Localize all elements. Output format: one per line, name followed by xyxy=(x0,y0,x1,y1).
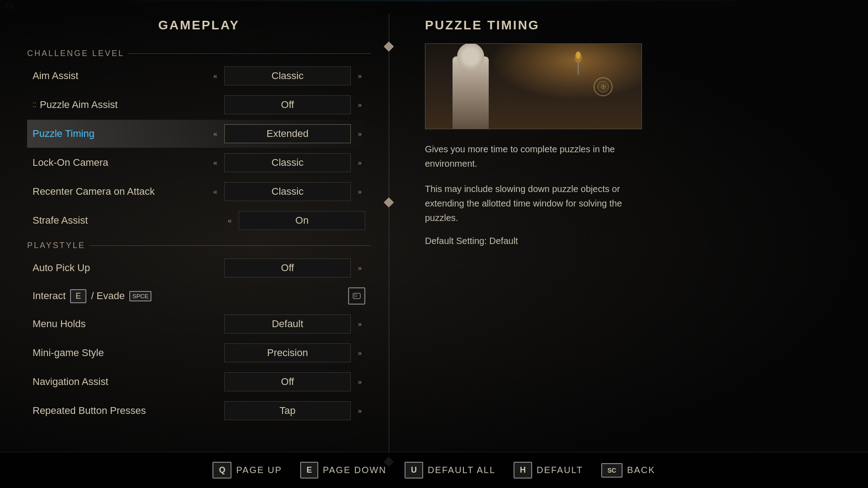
puzzle-aim-assist-control: Off » xyxy=(224,95,365,114)
auto-pick-up-value: Off xyxy=(224,258,351,277)
aim-assist-label: Aim Assist xyxy=(33,70,210,82)
aim-assist-value: Classic xyxy=(224,66,351,85)
svg-text:⊕: ⊕ xyxy=(600,83,606,90)
detail-title: PUZZLE TIMING xyxy=(425,18,841,33)
playstyle-settings-list: Auto Pick Up Off » Interact E / Evade SP… xyxy=(27,254,371,425)
challenge-settings-list: Aim Assist « Classic » ⁚⁚ Puzzle Aim Ass… xyxy=(27,62,371,235)
medallion-icon: ⊕ xyxy=(592,75,614,98)
detail-description-2: This may include slowing down puzzle obj… xyxy=(425,182,642,225)
controller-icon xyxy=(348,287,365,305)
action-page-down[interactable]: E PAGE DOWN xyxy=(300,462,387,479)
repeated-button-control: Tap » xyxy=(224,401,365,420)
navigation-assist-arrow-right[interactable]: » xyxy=(354,377,365,387)
lock-on-camera-arrow-left[interactable]: « xyxy=(210,158,221,168)
detail-default-setting: Default Setting: Default xyxy=(425,236,841,246)
puzzle-timing-arrow-left[interactable]: « xyxy=(210,129,221,139)
puzzle-aim-assist-label: ⁚⁚ Puzzle Aim Assist xyxy=(33,99,224,111)
navigation-assist-value: Off xyxy=(224,372,351,391)
repeated-button-value: Tap xyxy=(224,401,351,420)
default-all-label: DEFAULT ALL xyxy=(428,465,495,475)
left-panel: GAMEPLAY CHALLENGE LEVEL Aim Assist « Cl… xyxy=(0,0,389,452)
recenter-camera-control: « Classic » xyxy=(210,182,365,201)
interact-text: Interact xyxy=(33,290,66,302)
right-panel: PUZZLE TIMING ⊕ Gives you more time to c… xyxy=(389,0,868,452)
page-up-key: Q xyxy=(212,462,231,479)
recenter-camera-label: Recenter Camera on Attack xyxy=(33,186,210,197)
action-page-up[interactable]: Q PAGE UP xyxy=(212,462,282,479)
back-key: SC xyxy=(601,463,623,478)
lock-on-camera-value: Classic xyxy=(224,153,351,172)
bottom-action-bar: Q PAGE UP E PAGE DOWN U DEFAULT ALL H DE… xyxy=(0,452,868,488)
mini-game-style-arrow-right[interactable]: » xyxy=(354,348,365,358)
interact-key-e[interactable]: E xyxy=(70,289,86,303)
navigation-assist-label: Navigation Assist xyxy=(33,376,224,388)
puzzle-timing-value: Extended xyxy=(224,124,351,143)
auto-pick-up-control: Off » xyxy=(224,258,365,277)
recenter-camera-value: Classic xyxy=(224,182,351,201)
evade-key-spce[interactable]: SPCE xyxy=(129,291,151,301)
puzzle-timing-label: Puzzle Timing xyxy=(33,128,210,140)
setting-navigation-assist[interactable]: Navigation Assist Off » xyxy=(27,368,371,396)
category-playstyle: PLAYSTYLE xyxy=(27,241,371,250)
menu-holds-label: Menu Holds xyxy=(33,318,224,330)
mini-game-style-value: Precision xyxy=(224,343,351,362)
setting-menu-holds[interactable]: Menu Holds Default » xyxy=(27,310,371,338)
page-down-key: E xyxy=(300,462,318,479)
mini-game-style-label: Mini-game Style xyxy=(33,347,224,359)
strafe-assist-label: Strafe Assist xyxy=(33,215,224,226)
default-key: H xyxy=(514,462,532,479)
setting-aim-assist[interactable]: Aim Assist « Classic » xyxy=(27,62,371,90)
action-default-all[interactable]: U DEFAULT ALL xyxy=(405,462,495,479)
aim-assist-arrow-left[interactable]: « xyxy=(210,71,221,81)
lock-on-camera-label: Lock-On Camera xyxy=(33,157,210,169)
recenter-camera-arrow-left[interactable]: « xyxy=(210,187,221,197)
torch-glow-icon xyxy=(569,48,587,75)
navigation-assist-control: Off » xyxy=(224,372,365,391)
svg-rect-1 xyxy=(354,295,357,297)
menu-holds-arrow-right[interactable]: » xyxy=(354,319,365,329)
setting-mini-game-style[interactable]: Mini-game Style Precision » xyxy=(27,339,371,367)
lock-on-camera-control: « Classic » xyxy=(210,153,365,172)
default-all-key: U xyxy=(405,462,423,479)
strafe-assist-arrow-left[interactable]: « xyxy=(224,216,235,225)
menu-holds-value: Default xyxy=(224,314,351,333)
page-up-label: PAGE UP xyxy=(236,465,282,475)
aim-assist-control: « Classic » xyxy=(210,66,365,85)
strafe-assist-value: On xyxy=(239,211,365,230)
detail-preview-image: ⊕ xyxy=(425,43,642,129)
evade-separator: / Evade xyxy=(91,290,125,302)
sub-bullet-icon: ⁚⁚ xyxy=(33,101,36,108)
preview-character-figure xyxy=(453,56,489,129)
interact-evade-label: Interact E / Evade SPCE xyxy=(33,289,348,303)
setting-auto-pick-up[interactable]: Auto Pick Up Off » xyxy=(27,254,371,282)
action-default[interactable]: H DEFAULT xyxy=(514,462,583,479)
strafe-assist-control: « On xyxy=(224,211,365,230)
mini-game-style-control: Precision » xyxy=(224,343,365,362)
puzzle-timing-control: « Extended » xyxy=(210,124,365,143)
aim-assist-arrow-right[interactable]: » xyxy=(354,71,365,81)
detail-description-1: Gives you more time to complete puzzles … xyxy=(425,142,642,171)
back-label: BACK xyxy=(627,465,655,475)
setting-strafe-assist[interactable]: Strafe Assist « On xyxy=(27,206,371,235)
setting-puzzle-aim-assist[interactable]: ⁚⁚ Puzzle Aim Assist Off » xyxy=(27,91,371,119)
auto-pick-up-label: Auto Pick Up xyxy=(33,262,224,274)
repeated-button-label: Repeated Button Presses xyxy=(33,405,224,417)
setting-puzzle-timing[interactable]: Puzzle Timing « Extended » xyxy=(27,120,371,148)
category-challenge: CHALLENGE LEVEL xyxy=(27,49,371,58)
default-label: DEFAULT xyxy=(537,465,583,475)
lock-on-camera-arrow-right[interactable]: » xyxy=(354,158,365,168)
puzzle-aim-assist-arrow-right[interactable]: » xyxy=(354,100,365,110)
puzzle-timing-arrow-right[interactable]: » xyxy=(354,129,365,139)
section-title-gameplay: GAMEPLAY xyxy=(27,18,371,33)
setting-interact-evade: Interact E / Evade SPCE xyxy=(27,283,371,309)
menu-holds-control: Default » xyxy=(224,314,365,333)
action-back[interactable]: SC BACK xyxy=(601,463,656,478)
puzzle-aim-assist-value: Off xyxy=(224,95,351,114)
repeated-button-arrow-right[interactable]: » xyxy=(354,406,365,416)
page-down-label: PAGE DOWN xyxy=(323,465,387,475)
recenter-camera-arrow-right[interactable]: » xyxy=(354,187,365,197)
auto-pick-up-arrow-right[interactable]: » xyxy=(354,263,365,273)
setting-repeated-button[interactable]: Repeated Button Presses Tap » xyxy=(27,397,371,425)
setting-lock-on-camera[interactable]: Lock-On Camera « Classic » xyxy=(27,149,371,177)
setting-recenter-camera[interactable]: Recenter Camera on Attack « Classic » xyxy=(27,178,371,206)
